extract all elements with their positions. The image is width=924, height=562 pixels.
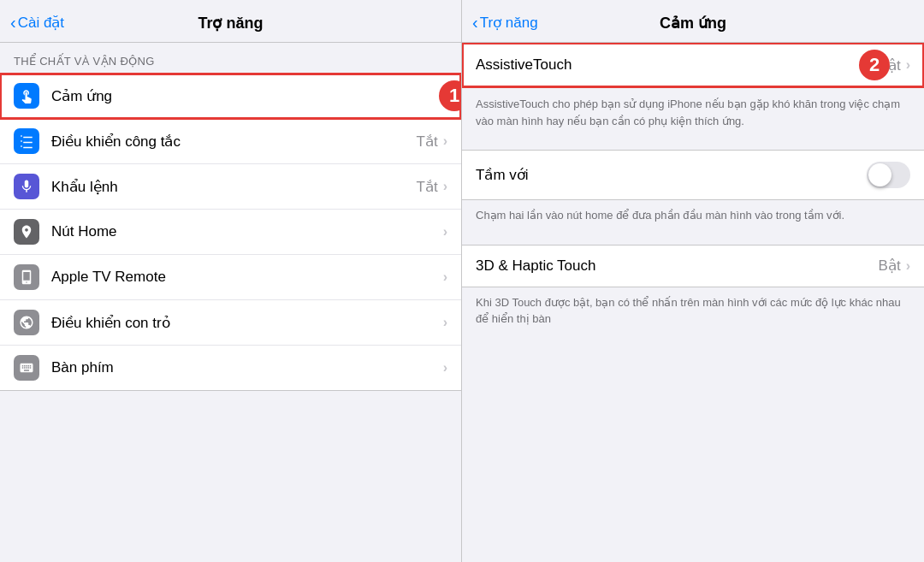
right-back-button[interactable]: ‹ Trợ năng bbox=[472, 13, 538, 33]
ban-phim-label: Bàn phím bbox=[51, 359, 443, 376]
nut-home-icon bbox=[14, 219, 39, 245]
left-back-button[interactable]: ‹ Cài đặt bbox=[10, 13, 64, 33]
apple-tv-remote-label: Apple TV Remote bbox=[51, 269, 443, 286]
back-chevron-icon: ‹ bbox=[10, 13, 16, 33]
tam-voi-label: Tầm với bbox=[476, 166, 867, 184]
nut-home-label: Nút Home bbox=[51, 223, 443, 240]
khau-lenh-icon bbox=[14, 174, 39, 199]
right-back-chevron-icon: ‹ bbox=[472, 13, 478, 33]
haptic-touch-row[interactable]: 3D & Haptic Touch Bật › bbox=[462, 245, 924, 287]
haptic-description: Khi 3D Touch được bật, bạn có thể nhấn t… bbox=[462, 287, 924, 340]
haptic-touch-label: 3D & Haptic Touch bbox=[476, 257, 879, 275]
left-nav-bar: ‹ Cài đặt Trợ năng bbox=[0, 0, 461, 43]
khau-lenh-label: Khẩu lệnh bbox=[51, 178, 417, 196]
assistive-touch-chevron: › bbox=[906, 57, 910, 73]
nut-home-chevron: › bbox=[443, 224, 447, 240]
khau-lenh-value: Tắt bbox=[417, 178, 438, 196]
dieu-khien-con-tro-item[interactable]: Điều khiển con trỏ › bbox=[0, 300, 461, 346]
right-content: AssistiveTouch Bật › 2 AssistiveTouch ch… bbox=[462, 43, 924, 562]
right-back-label: Trợ năng bbox=[480, 14, 538, 32]
assistive-touch-label: AssistiveTouch bbox=[476, 56, 879, 74]
dieu-khien-cong-tac-chevron: › bbox=[443, 133, 447, 149]
apple-tv-remote-icon bbox=[14, 264, 39, 290]
right-nav-title: Cảm ứng bbox=[660, 14, 726, 33]
cam-ung-icon bbox=[14, 83, 39, 109]
step-1-badge: 1 bbox=[439, 80, 462, 111]
left-back-label: Cài đặt bbox=[18, 14, 64, 32]
nut-home-item[interactable]: Nút Home › bbox=[0, 210, 461, 255]
dieu-khien-con-tro-icon bbox=[14, 310, 39, 335]
dieu-khien-con-tro-chevron: › bbox=[443, 315, 447, 330]
assistive-touch-item[interactable]: AssistiveTouch Bật › bbox=[462, 44, 924, 86]
khau-lenh-item[interactable]: Khẩu lệnh Tắt › bbox=[0, 164, 461, 210]
tam-voi-description: Chạm hai lần vào nút home để đưa phần đầ… bbox=[462, 200, 924, 236]
haptic-touch-chevron: › bbox=[906, 258, 910, 274]
tam-voi-row[interactable]: Tầm với bbox=[462, 150, 924, 200]
step-2-badge: 2 bbox=[859, 50, 890, 80]
section-header: THỂ CHẤT VÀ VẬN ĐỘNG bbox=[0, 43, 461, 73]
ban-phim-item[interactable]: Bàn phím › bbox=[0, 346, 461, 390]
dieu-khien-cong-tac-value: Tắt bbox=[417, 133, 438, 151]
apple-tv-remote-item[interactable]: Apple TV Remote › bbox=[0, 255, 461, 300]
assistive-touch-row[interactable]: AssistiveTouch Bật › 2 bbox=[462, 43, 924, 87]
right-panel: ‹ Trợ năng Cảm ứng AssistiveTouch Bật › … bbox=[462, 0, 924, 562]
dieu-khien-cong-tac-label: Điều khiển công tắc bbox=[51, 133, 417, 151]
settings-list: Cảm ứng › 1 Điều khiển công tắc Tắt › Kh… bbox=[0, 73, 461, 391]
cam-ung-item[interactable]: Cảm ứng › 1 bbox=[0, 74, 461, 119]
toggle-thumb bbox=[868, 163, 891, 186]
right-nav-bar: ‹ Trợ năng Cảm ứng bbox=[462, 0, 924, 43]
assistive-touch-description: AssistiveTouch cho phép bạn sử dụng iPho… bbox=[462, 87, 924, 141]
dieu-khien-cong-tac-item[interactable]: Điều khiển công tắc Tắt › bbox=[0, 119, 461, 164]
dieu-khien-cong-tac-icon bbox=[14, 128, 39, 154]
left-nav-title: Trợ năng bbox=[198, 14, 263, 33]
cam-ung-label: Cảm ứng bbox=[51, 87, 443, 105]
ban-phim-icon bbox=[14, 355, 39, 381]
ban-phim-chevron: › bbox=[443, 360, 447, 376]
haptic-touch-value: Bật bbox=[879, 257, 901, 275]
khau-lenh-chevron: › bbox=[443, 179, 447, 194]
left-panel: ‹ Cài đặt Trợ năng THỂ CHẤT VÀ VẬN ĐỘNG … bbox=[0, 0, 462, 562]
apple-tv-remote-chevron: › bbox=[443, 269, 447, 285]
tam-voi-toggle[interactable] bbox=[867, 162, 910, 188]
dieu-khien-con-tro-label: Điều khiển con trỏ bbox=[51, 314, 443, 332]
